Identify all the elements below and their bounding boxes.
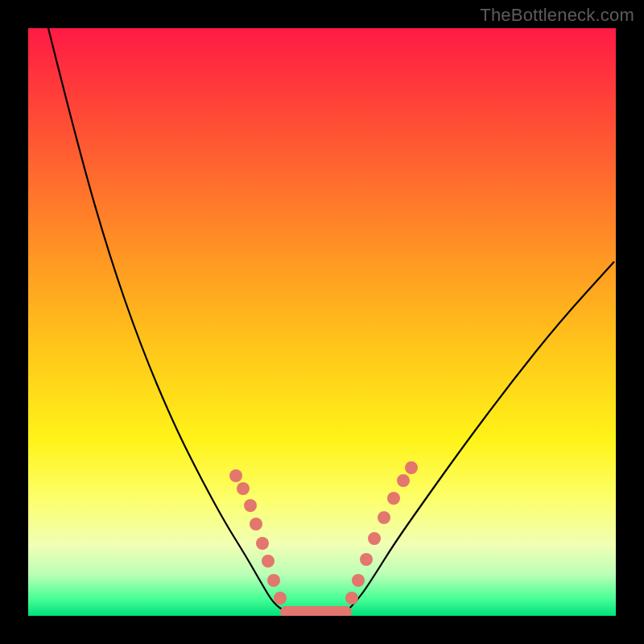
bead-right: [360, 553, 373, 566]
bead-left: [256, 537, 269, 550]
bead-right: [397, 474, 410, 487]
bead-right: [378, 511, 390, 524]
bead-right: [387, 492, 400, 505]
bead-left: [250, 518, 262, 530]
bead-left: [229, 469, 242, 482]
bead-left: [274, 592, 287, 605]
curve-svg: [28, 28, 616, 616]
chart-stage: TheBottleneck.com: [0, 0, 644, 644]
bead-left: [262, 555, 275, 568]
bead-right: [352, 574, 365, 587]
bead-right: [368, 532, 381, 545]
curve-right: [346, 262, 614, 612]
bead-right: [345, 592, 358, 605]
beads-group: [229, 461, 418, 605]
bead-left: [244, 499, 257, 512]
bead-right: [405, 461, 418, 474]
bead-left: [237, 482, 250, 495]
plot-area: [28, 28, 616, 616]
bead-left: [267, 574, 280, 587]
watermark-text: TheBottleneck.com: [480, 5, 634, 26]
